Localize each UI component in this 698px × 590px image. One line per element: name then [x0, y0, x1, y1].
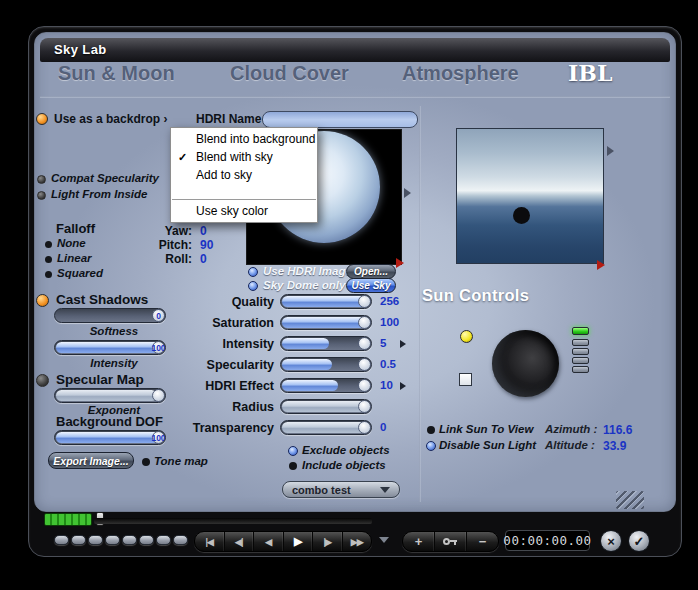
background-dof-title: Background DOF [56, 414, 163, 429]
shadow-intensity-slider[interactable]: 100 [54, 340, 166, 355]
radius-slider[interactable] [280, 399, 372, 414]
memory-dot-button[interactable] [105, 535, 120, 545]
tab-sun-moon[interactable]: Sun & Moon [58, 62, 175, 85]
exponent-slider[interactable] [54, 388, 166, 403]
compat-specularity-led[interactable] [37, 175, 46, 184]
link-sun-to-view-label[interactable]: Link Sun To View [439, 423, 533, 435]
prev-frame-button[interactable]: ◀| [225, 532, 255, 551]
timecode-value: 00:00:00.00 [503, 533, 591, 548]
falloff-linear-radio[interactable] [45, 256, 52, 263]
titlebar[interactable]: Sky Lab [40, 38, 670, 62]
specularity-slider[interactable] [280, 357, 372, 372]
use-backdrop-led[interactable] [36, 113, 48, 125]
add-keyframe-button[interactable]: + [403, 532, 435, 551]
menu-item-use-sky-color[interactable]: Use sky color [171, 202, 317, 220]
timeline-track[interactable] [94, 518, 372, 524]
use-hdri-image-radio[interactable] [248, 267, 258, 277]
hdri-effect-slider[interactable] [280, 378, 372, 393]
play-backward-button[interactable]: ◀ [254, 532, 284, 551]
play-button[interactable]: ▶ [284, 532, 314, 551]
first-frame-button[interactable]: |◀ [195, 532, 225, 551]
cancel-button[interactable]: × [600, 530, 622, 552]
menu-item-blend-with-sky[interactable]: ✓Blend with sky [171, 148, 317, 166]
specular-map-led[interactable] [36, 374, 49, 387]
transport-dropdown-icon[interactable] [379, 537, 389, 543]
export-image-button[interactable]: Export Image... [48, 452, 134, 469]
disable-sun-light-radio[interactable] [426, 441, 436, 451]
tone-map-toggle[interactable] [142, 458, 150, 466]
confirm-button[interactable]: ✓ [628, 530, 650, 552]
memory-dot-button[interactable] [173, 535, 188, 545]
exclude-objects-label[interactable]: Exclude objects [302, 444, 390, 456]
tab-atmosphere[interactable]: Atmosphere [402, 62, 519, 85]
memory-dot-button[interactable] [71, 535, 86, 545]
falloff-linear-label[interactable]: Linear [57, 252, 92, 264]
sky-dome-only-radio[interactable] [248, 281, 258, 291]
memory-dot-button[interactable] [88, 535, 103, 545]
altitude-value[interactable]: 33.9 [603, 439, 626, 453]
azimuth-label: Azimuth : [545, 423, 597, 435]
sun-led[interactable] [460, 330, 473, 343]
menu-item-add-to-sky[interactable]: Add to sky [171, 166, 317, 184]
roll-value[interactable]: 0 [200, 252, 230, 266]
falloff-none-label[interactable]: None [57, 237, 86, 249]
combo-test-dropdown[interactable]: combo test [282, 481, 400, 498]
memory-dot-button[interactable] [122, 535, 137, 545]
sky-preview-arrow-icon[interactable] [607, 146, 614, 156]
sky-preview-red-arrow-icon[interactable] [597, 260, 605, 270]
sun-indicator-slot [572, 357, 589, 364]
tab-cloud-cover[interactable]: Cloud Cover [230, 62, 349, 85]
use-hdri-image-label[interactable]: Use HDRI Image [263, 265, 352, 277]
background-dof-slider[interactable]: 100 [54, 430, 166, 445]
disable-sun-light-label[interactable]: Disable Sun Light [439, 439, 536, 451]
intensity-stepper-icon[interactable] [400, 340, 406, 348]
moon-toggle-square[interactable] [459, 373, 472, 386]
memory-dot-button[interactable] [54, 535, 69, 545]
include-objects-radio[interactable] [289, 462, 297, 470]
hdri-preview-red-arrow-icon[interactable] [396, 258, 404, 268]
menu-item-blend-into-background[interactable]: Blend into background [171, 130, 317, 148]
blend-mode-menu: Blend into background ✓Blend with sky Ad… [170, 127, 318, 223]
softness-slider[interactable]: 0 [54, 308, 166, 323]
cast-shadows-led[interactable] [36, 294, 49, 307]
light-from-inside-label[interactable]: Light From Inside [51, 188, 147, 200]
hdri-preview-arrow-icon[interactable] [404, 188, 411, 198]
sun-position-dot[interactable] [513, 207, 530, 224]
saturation-slider[interactable] [280, 315, 372, 330]
hdri-name-input[interactable] [262, 111, 418, 128]
intensity-slider[interactable] [280, 336, 372, 351]
playback-controls: |◀ ◀| ◀ ▶ |▶ ▶▶ [194, 531, 372, 552]
hdri-effect-stepper-icon[interactable] [400, 382, 406, 390]
compat-specularity-label[interactable]: Compat Specularity [51, 172, 159, 184]
tab-ibl[interactable]: IBL [568, 60, 612, 86]
sky-preview[interactable] [456, 128, 604, 264]
include-objects-label[interactable]: Include objects [302, 459, 386, 471]
memory-dot-button[interactable] [156, 535, 171, 545]
memory-dot-button[interactable] [139, 535, 154, 545]
sun-trackball[interactable] [492, 330, 559, 397]
resize-grip[interactable] [616, 491, 644, 509]
timeline-zoom-bar[interactable] [44, 513, 92, 526]
transparency-slider[interactable] [280, 420, 372, 435]
yaw-value[interactable]: 0 [200, 224, 230, 238]
open-button[interactable]: Open... [346, 264, 396, 279]
slider-fill [56, 390, 157, 401]
quality-slider[interactable] [280, 294, 372, 309]
tone-map-label[interactable]: Tone map [154, 455, 208, 467]
falloff-squared-label[interactable]: Squared [57, 267, 103, 279]
yaw-label: Yaw: [148, 224, 192, 238]
use-backdrop-label[interactable]: Use as a backdrop › [54, 112, 167, 126]
use-sky-button[interactable]: Use Sky [346, 278, 396, 293]
exclude-objects-radio[interactable] [288, 446, 298, 456]
last-frame-button[interactable]: ▶▶ [343, 532, 372, 551]
light-from-inside-led[interactable] [37, 191, 46, 200]
keyframe-button[interactable] [435, 532, 467, 551]
remove-keyframe-button[interactable]: − [467, 532, 498, 551]
azimuth-value[interactable]: 116.6 [603, 423, 632, 437]
falloff-squared-radio[interactable] [45, 271, 52, 278]
next-frame-button[interactable]: |▶ [313, 532, 343, 551]
sky-dome-only-label[interactable]: Sky Dome only [263, 279, 345, 291]
pitch-value[interactable]: 90 [200, 238, 230, 252]
link-sun-to-view-radio[interactable] [427, 426, 435, 434]
falloff-none-radio[interactable] [45, 241, 52, 248]
